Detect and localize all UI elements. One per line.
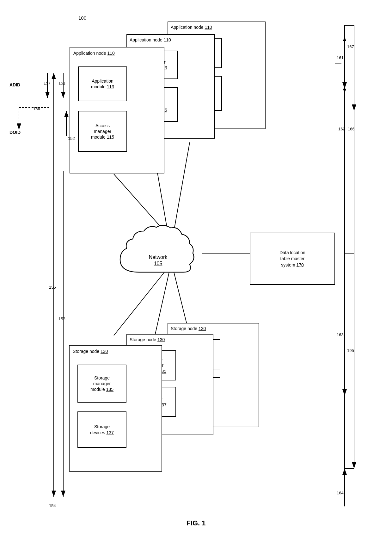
svg-text:105: 105 xyxy=(154,261,162,266)
arrow-167-label: 167 xyxy=(347,44,354,49)
arrow-166-label: 166 xyxy=(348,127,355,131)
app-node-front: Application node 110 Applicationmodule 1… xyxy=(70,47,164,173)
svg-marker-28 xyxy=(343,89,346,93)
app-node-mid-label: Application node 110 xyxy=(130,37,171,42)
diagram: 100 Application node 110 Applicationmodu… xyxy=(0,0,392,539)
arrow-164-label: 164 xyxy=(337,491,344,495)
arrow-155-label: 155 xyxy=(49,285,56,290)
storage-devices-front-text: Storagedevices 137 xyxy=(90,424,114,435)
arrow-162-label: 162 xyxy=(338,127,345,131)
svg-marker-29 xyxy=(343,36,346,41)
app-node-front-label: Application node 110 xyxy=(73,51,115,56)
doid-label: DOID xyxy=(9,130,21,135)
storage-devices-front: Storagedevices 137 xyxy=(77,411,126,448)
arrow-157-label: 157 xyxy=(44,81,51,85)
arrow-154-label: 154 xyxy=(49,503,56,508)
storage-node-mid-label: Storage node 130 xyxy=(130,337,165,342)
arrow-153-label: 153 xyxy=(58,317,65,321)
adid-label: ADID xyxy=(9,82,20,87)
diagram-title: 100 xyxy=(78,15,86,21)
data-location-text: Data locationtable mastersystem 170 xyxy=(279,249,305,268)
app-node-back2-label: Application node 110 xyxy=(171,25,212,30)
storage-manager-front-text: Storagemanagermodule 135 xyxy=(90,375,113,392)
fig-caption: FIG. 1 xyxy=(152,519,240,527)
svg-text:Network: Network xyxy=(149,254,168,260)
arrow-161-label: 161 xyxy=(337,55,344,60)
storage-node-front: Storage node 130 Storagemanagermodule 13… xyxy=(69,345,162,472)
network-cloud: Network 105 xyxy=(114,222,202,285)
storage-manager-front: Storagemanagermodule 135 xyxy=(77,365,126,403)
access-manager-front: Accessmanagermodule 115 xyxy=(78,111,127,152)
svg-line-5 xyxy=(174,142,190,231)
app-module-front: Applicationmodule 113 xyxy=(78,66,127,101)
app-module-front-text: Applicationmodule 113 xyxy=(91,78,114,90)
access-manager-front-text: Accessmanagermodule 115 xyxy=(91,123,114,140)
storage-node-front-label: Storage node 130 xyxy=(73,349,108,354)
arrow-156-label: 156 xyxy=(33,106,40,111)
arrow-195-label: 195 xyxy=(347,348,354,353)
storage-node-back2-label: Storage node 130 xyxy=(171,326,206,331)
arrow-163-label: 163 xyxy=(337,332,344,337)
arrow-152-label: 152 xyxy=(68,136,75,141)
arrow-151-label: 151 xyxy=(58,81,65,85)
data-location-box: Data locationtable mastersystem 170 xyxy=(250,233,335,285)
